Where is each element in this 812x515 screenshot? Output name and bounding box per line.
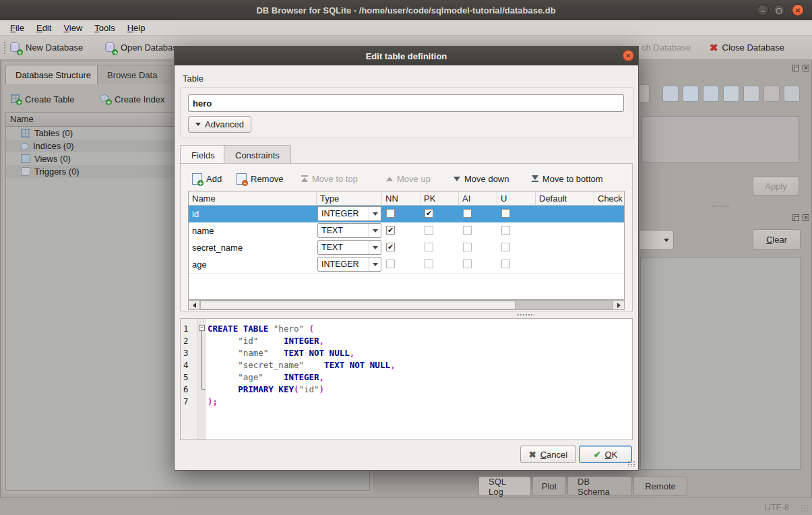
create-table-button[interactable]: + Create Table (11, 90, 74, 108)
ai-checkbox[interactable] (463, 243, 472, 251)
column-header-check[interactable]: Check (594, 191, 625, 206)
tab-constraints[interactable]: Constraints (224, 145, 291, 164)
fields-grid[interactable]: NameTypeNNPKAIUDefaultCheck idINTEGER✔na… (188, 191, 625, 300)
pk-checkbox[interactable] (425, 226, 433, 235)
window-close-icon[interactable]: ✕ (792, 4, 804, 16)
pk-checkbox[interactable] (425, 243, 433, 251)
field-name-cell[interactable]: name (189, 222, 317, 239)
pk-checkbox[interactable] (425, 260, 433, 268)
new-database-button[interactable]: + New Database (9, 38, 83, 57)
field-type-combobox[interactable]: TEXT (317, 240, 381, 255)
nn-checkbox[interactable] (386, 260, 395, 268)
column-header-default[interactable]: Default (536, 191, 594, 206)
unique-checkbox[interactable] (501, 260, 510, 268)
menu-edit[interactable]: Edit (30, 22, 57, 34)
import-text-icon[interactable] (662, 86, 679, 102)
dock-float-icon[interactable] (792, 214, 799, 221)
column-header-ai[interactable]: AI (459, 191, 497, 206)
menu-file[interactable]: File (4, 22, 30, 34)
menu-view[interactable]: View (57, 22, 88, 34)
field-name-cell[interactable]: id (189, 206, 317, 222)
ok-button[interactable]: ✔ OK (579, 446, 632, 463)
resize-grip[interactable] (801, 504, 809, 512)
field-type-combobox[interactable]: TEXT (317, 223, 381, 238)
field-name-cell[interactable]: secret_name (189, 239, 317, 256)
table-row[interactable]: nameTEXT✔ (189, 222, 624, 240)
bottom-tab-sql-log[interactable]: SQL Log (478, 477, 531, 496)
ai-checkbox[interactable] (463, 226, 472, 235)
table-name-input[interactable]: hero (188, 94, 624, 112)
sql-log-dock-controls: ✕ (792, 214, 809, 221)
dialog-splitter-handle[interactable] (517, 313, 534, 316)
table-row[interactable]: secret_nameTEXT✔ (189, 239, 624, 257)
field-type-combobox[interactable]: INTEGER (317, 257, 381, 272)
sql-log-textarea[interactable] (640, 257, 801, 470)
maximize-icon[interactable]: ▢ (773, 4, 785, 16)
set-null-icon[interactable] (763, 86, 780, 102)
print-icon[interactable] (784, 86, 800, 102)
dock-close-icon[interactable]: ✕ (803, 214, 809, 221)
nn-checkbox[interactable]: ✔ (386, 243, 395, 251)
scrollbar-thumb[interactable] (200, 301, 516, 309)
fold-collapse-icon[interactable]: – (199, 325, 205, 331)
dock-splitter-handle[interactable] (712, 205, 729, 208)
sql-log-filter-combobox[interactable] (639, 230, 674, 250)
clear-log-button[interactable]: Clear (753, 229, 801, 250)
cell-mode-combobox-partial[interactable] (639, 84, 650, 102)
link-data-icon[interactable] (743, 86, 759, 102)
dock-close-icon[interactable]: ✕ (803, 65, 809, 71)
column-header-type[interactable]: Type (317, 191, 382, 206)
move-bottom-icon (532, 175, 538, 182)
menu-help[interactable]: Help (121, 22, 152, 34)
dock-float-icon[interactable] (792, 65, 799, 71)
open-database-button[interactable]: ➔ Open Database (104, 38, 182, 57)
column-header-u[interactable]: U (497, 191, 536, 206)
ai-checkbox[interactable] (463, 209, 472, 218)
sql-preview[interactable]: 1CREATE TABLE "hero" (2 "id" INTEGER,3 "… (180, 318, 633, 440)
unique-checkbox[interactable] (501, 226, 510, 235)
unique-checkbox[interactable] (501, 243, 510, 251)
dialog-titlebar[interactable]: Edit table definition (175, 47, 638, 65)
field-name-cell[interactable]: age (189, 256, 317, 273)
tab-fields[interactable]: Fields (180, 145, 226, 164)
cancel-button[interactable]: ✖ Cancel (520, 446, 576, 463)
bottom-tab-remote[interactable]: Remote (633, 477, 687, 496)
ai-checkbox[interactable] (463, 260, 472, 268)
dialog-resize-grip[interactable] (627, 460, 635, 467)
scroll-right-icon[interactable] (613, 301, 624, 309)
menu-tools[interactable]: Tools (88, 22, 121, 34)
tab-fields-label: Fields (191, 150, 215, 160)
advanced-button[interactable]: Advanced (188, 116, 251, 133)
nn-checkbox[interactable] (386, 209, 395, 218)
close-database-button[interactable]: ✖ Close Database (710, 38, 784, 57)
create-index-button[interactable]: + Create Index (100, 90, 164, 108)
add-button[interactable]: +Add (192, 171, 222, 187)
scroll-left-icon[interactable] (189, 301, 200, 309)
column-header-pk[interactable]: PK (420, 191, 459, 206)
cell-editor-textarea[interactable] (642, 116, 799, 163)
nn-checkbox[interactable]: ✔ (386, 226, 395, 235)
bottom-tab-plot[interactable]: Plot (532, 477, 566, 496)
export-file-icon[interactable] (723, 86, 739, 102)
move-to-bottom-button[interactable]: Move to bottom (532, 171, 603, 187)
pk-checkbox[interactable]: ✔ (425, 209, 433, 218)
remove-button[interactable]: –Remove (237, 171, 283, 187)
fields-toolbar: +Add–RemoveMove to topMove upMove downMo… (175, 171, 639, 187)
field-type-combobox[interactable]: INTEGER (317, 206, 381, 221)
table-row[interactable]: idINTEGER✔ (189, 206, 624, 222)
tab-database-structure[interactable]: Database Structure (5, 65, 101, 84)
titlebar[interactable]: DB Browser for SQLite - /home/user/code/… (0, 0, 812, 20)
open-file-icon[interactable] (683, 86, 699, 102)
minimize-icon[interactable]: – (757, 4, 769, 16)
toolbar-grip[interactable] (3, 41, 6, 55)
encoding-indicator[interactable]: UTF-8 (764, 502, 789, 512)
unique-checkbox[interactable] (501, 209, 510, 218)
column-header-name[interactable]: Name (189, 191, 317, 206)
bottom-tab-db-schema[interactable]: DB Schema (567, 477, 632, 496)
move-down-button[interactable]: Move down (454, 171, 509, 187)
dialog-close-icon[interactable]: ✕ (623, 50, 634, 61)
fields-grid-hscrollbar[interactable] (188, 300, 625, 310)
column-header-nn[interactable]: NN (382, 191, 420, 206)
table-row[interactable]: ageINTEGER (189, 256, 624, 274)
save-file-icon[interactable] (703, 86, 719, 102)
